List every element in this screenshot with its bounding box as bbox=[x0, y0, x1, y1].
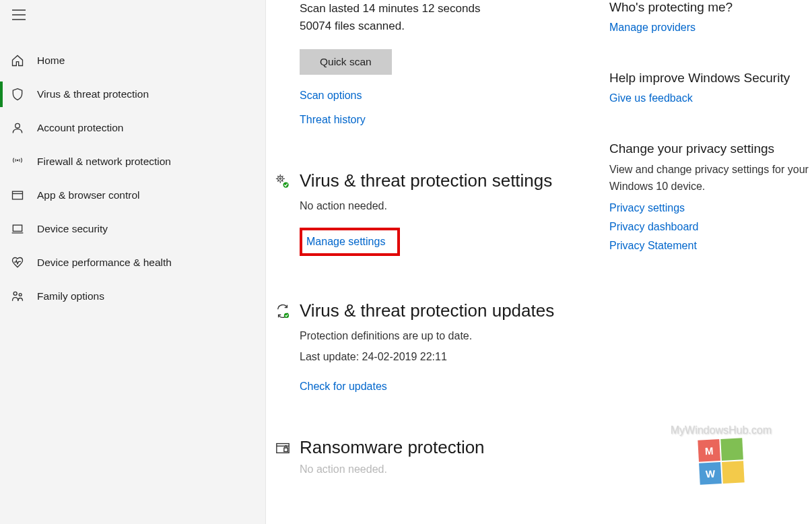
svg-rect-15 bbox=[284, 448, 288, 452]
gears-check-icon bbox=[275, 174, 292, 190]
sidebar-item-label: Device security bbox=[37, 223, 108, 235]
sidebar-item-performance[interactable]: Device performance & health bbox=[0, 246, 265, 280]
sidebar-item-label: App & browser control bbox=[37, 189, 140, 201]
home-icon bbox=[10, 53, 25, 68]
hamburger-menu-button[interactable] bbox=[0, 0, 265, 29]
sidebar-item-label: Firewall & network protection bbox=[37, 156, 171, 168]
person-icon bbox=[10, 121, 25, 135]
ransomware-title: Ransomware protection bbox=[300, 436, 596, 459]
feedback-link[interactable]: Give us feedback bbox=[609, 92, 693, 104]
sidebar-item-label: Home bbox=[37, 55, 65, 67]
improve-title: Help improve Windows Security bbox=[609, 71, 811, 86]
privacy-dashboard-link[interactable]: Privacy dashboard bbox=[609, 221, 699, 233]
content-column: Scan lasted 14 minutes 12 seconds 50074 … bbox=[300, 0, 596, 524]
svg-point-11 bbox=[279, 178, 281, 179]
who-protecting-title: Who's protecting me? bbox=[609, 0, 811, 15]
svg-point-9 bbox=[19, 294, 22, 296]
svg-point-3 bbox=[15, 123, 20, 128]
sidebar: Home Virus & threat protection Account p… bbox=[0, 0, 266, 524]
sidebar-item-firewall[interactable]: Firewall & network protection bbox=[0, 145, 265, 178]
sidebar-item-account[interactable]: Account protection bbox=[0, 111, 265, 145]
svg-rect-7 bbox=[13, 225, 22, 231]
vt-settings-title: Virus & threat protection settings bbox=[300, 170, 596, 192]
vt-updates-title: Virus & threat protection updates bbox=[300, 300, 596, 322]
highlight-annotation: Manage settings bbox=[300, 228, 400, 256]
sidebar-item-label: Virus & threat protection bbox=[37, 88, 149, 100]
hamburger-icon bbox=[12, 9, 26, 20]
privacy-title: Change your privacy settings bbox=[609, 141, 811, 156]
folder-lock-icon bbox=[275, 440, 292, 457]
improve-block: Help improve Windows Security Give us fe… bbox=[609, 71, 811, 104]
privacy-settings-link[interactable]: Privacy settings bbox=[609, 202, 685, 214]
vt-settings-section: Virus & threat protection settings No ac… bbox=[300, 170, 596, 256]
scan-files-text: 50074 files scanned. bbox=[300, 18, 596, 35]
vt-updates-desc2: Last update: 24-02-2019 22:11 bbox=[300, 348, 596, 366]
who-protecting-block: Who's protecting me? Manage providers bbox=[609, 0, 811, 34]
ransomware-section: Ransomware protection No action needed. bbox=[300, 436, 596, 476]
svg-rect-5 bbox=[13, 191, 23, 199]
sidebar-item-label: Account protection bbox=[37, 122, 123, 134]
svg-point-4 bbox=[17, 160, 18, 161]
sidebar-item-device-security[interactable]: Device security bbox=[0, 212, 265, 246]
svg-point-8 bbox=[13, 292, 17, 295]
family-icon bbox=[10, 289, 25, 304]
threat-history-link[interactable]: Threat history bbox=[300, 114, 366, 126]
scan-duration-text: Scan lasted 14 minutes 12 seconds bbox=[300, 0, 596, 18]
privacy-block: Change your privacy settings View and ch… bbox=[609, 141, 811, 252]
quick-scan-button[interactable]: Quick scan bbox=[300, 49, 392, 75]
heart-pulse-icon bbox=[10, 255, 25, 270]
privacy-desc: View and change privacy settings for you… bbox=[609, 162, 811, 195]
main-content: Scan lasted 14 minutes 12 seconds 50074 … bbox=[266, 0, 812, 524]
scan-summary: Scan lasted 14 minutes 12 seconds 50074 … bbox=[300, 0, 596, 126]
refresh-check-icon bbox=[275, 304, 292, 320]
browser-icon bbox=[10, 188, 25, 203]
privacy-statement-link[interactable]: Privacy Statement bbox=[609, 240, 697, 252]
manage-providers-link[interactable]: Manage providers bbox=[609, 22, 696, 34]
sidebar-item-home[interactable]: Home bbox=[0, 44, 265, 77]
sidebar-item-label: Device performance & health bbox=[37, 257, 172, 269]
sidebar-item-app-browser[interactable]: App & browser control bbox=[0, 178, 265, 212]
sidebar-item-family[interactable]: Family options bbox=[0, 280, 265, 313]
svg-point-10 bbox=[278, 176, 283, 181]
signal-icon bbox=[10, 154, 25, 169]
shield-icon bbox=[10, 87, 25, 102]
sidebar-nav: Home Virus & threat protection Account p… bbox=[0, 44, 265, 313]
scan-options-link[interactable]: Scan options bbox=[300, 90, 362, 102]
ransomware-desc: No action needed. bbox=[300, 463, 596, 476]
check-updates-link[interactable]: Check for updates bbox=[300, 381, 387, 393]
aside-column: Who's protecting me? Manage providers He… bbox=[609, 0, 811, 524]
vt-settings-desc: No action needed. bbox=[300, 197, 596, 215]
vt-updates-desc1: Protection definitions are up to date. bbox=[300, 327, 596, 345]
vt-updates-section: Virus & threat protection updates Protec… bbox=[300, 300, 596, 393]
laptop-icon bbox=[10, 222, 25, 236]
sidebar-item-virus-threat[interactable]: Virus & threat protection bbox=[0, 77, 265, 111]
manage-settings-link[interactable]: Manage settings bbox=[306, 236, 385, 248]
sidebar-item-label: Family options bbox=[37, 290, 104, 302]
